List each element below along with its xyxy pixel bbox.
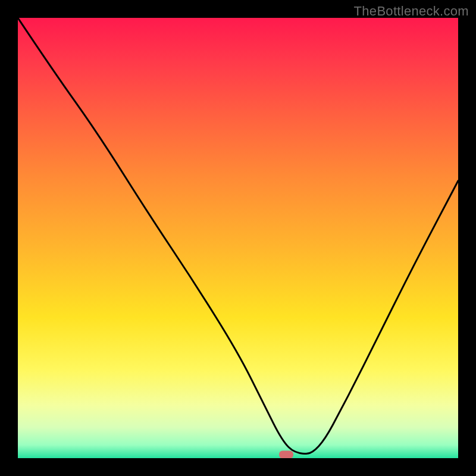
chart-frame: TheBottleneck.com: [0, 0, 476, 476]
plot-area: [18, 18, 458, 458]
bottleneck-curve: [18, 18, 458, 458]
minimum-marker: [279, 451, 293, 458]
watermark-text: TheBottleneck.com: [354, 4, 469, 19]
